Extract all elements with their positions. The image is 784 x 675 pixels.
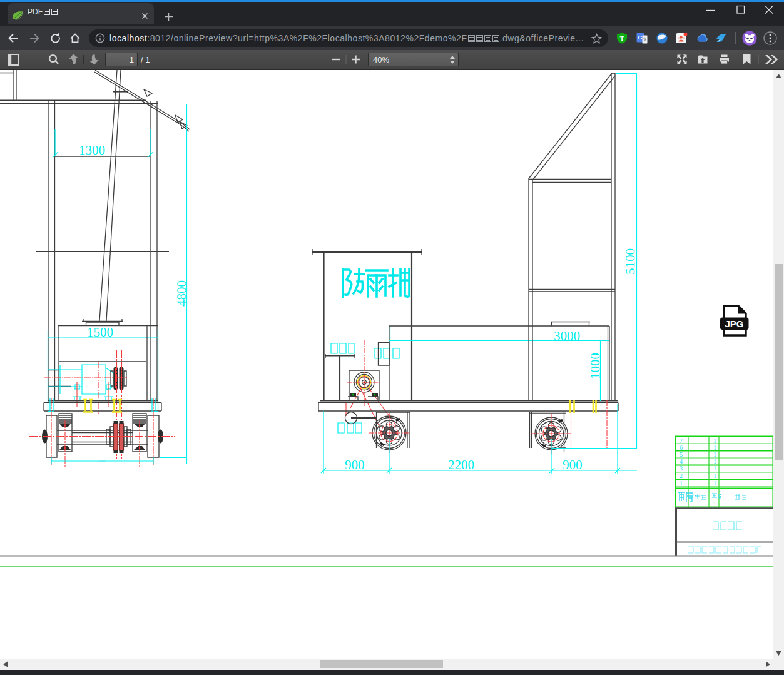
svg-text:6: 6 (680, 444, 683, 451)
svg-text:5: 5 (680, 451, 683, 458)
svg-text:1: 1 (713, 444, 716, 451)
svg-text:4: 4 (680, 458, 683, 465)
svg-text:900: 900 (563, 457, 583, 472)
svg-text:3: 3 (680, 465, 683, 472)
svg-text:5100: 5100 (623, 248, 638, 275)
svg-text:4800: 4800 (174, 280, 189, 307)
svg-text:G: G (638, 34, 642, 41)
svg-text:JPG: JPG (725, 318, 743, 329)
svg-text:1140: 1140 (99, 459, 106, 463)
svg-text:1: 1 (713, 472, 716, 479)
svg-text:3000: 3000 (554, 328, 580, 343)
svg-text:1: 1 (713, 458, 716, 465)
svg-text:1: 1 (713, 480, 716, 487)
svg-text:1: 1 (713, 437, 716, 444)
svg-text:2200: 2200 (448, 457, 474, 472)
svg-text:1: 1 (680, 480, 683, 487)
svg-text:2: 2 (680, 472, 683, 479)
svg-text:1300: 1300 (79, 143, 105, 158)
svg-text:900: 900 (345, 457, 365, 472)
svg-text:1: 1 (713, 451, 716, 458)
svg-text:1: 1 (713, 465, 716, 472)
svg-text:7: 7 (680, 437, 683, 444)
svg-text:1000: 1000 (588, 353, 603, 379)
svg-text:T: T (620, 35, 624, 42)
